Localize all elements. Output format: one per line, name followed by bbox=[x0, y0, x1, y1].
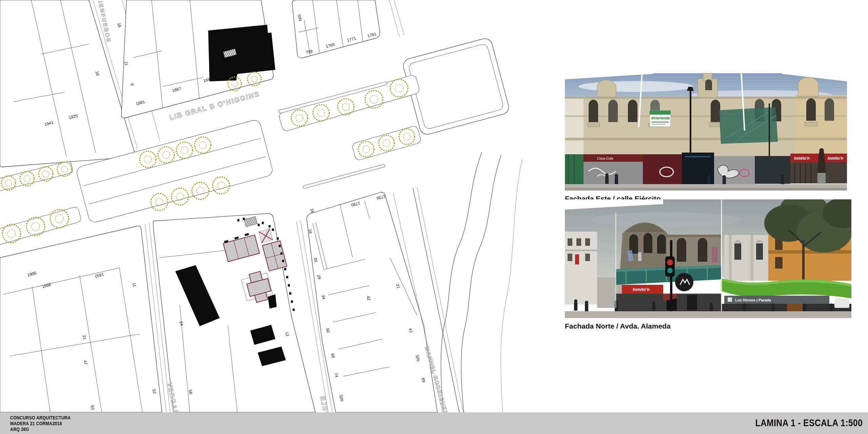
rotunda-building bbox=[620, 222, 670, 273]
green-canopy bbox=[721, 278, 851, 298]
van bbox=[834, 298, 849, 308]
sheet-title: LAMINA 1 - ESCALA 1:500 bbox=[755, 417, 863, 429]
project-info-line2: MADERA 21 CORMA2018 bbox=[10, 420, 71, 426]
lomiton-storefront: lomito'n bbox=[616, 285, 722, 311]
svg-text:16: 16 bbox=[117, 22, 122, 28]
city-blocks bbox=[0, 0, 522, 412]
project-info-line1: CONCURSO ARQUITECTURA bbox=[10, 415, 71, 420]
svg-text:Los Héroes | Parada: Los Héroes | Parada bbox=[735, 298, 771, 302]
site-plan: LIB GRAL B O'HIGGINSCIENFUEGOSVERGARAEJE… bbox=[0, 0, 529, 412]
project-info: CONCURSO ARQUITECTURA MADERA 21 CORMA201… bbox=[10, 415, 71, 432]
facade-north-photo: lomito'n bbox=[565, 199, 851, 330]
facade-east-montage: de/arrienda Coca-Cola bbox=[565, 71, 847, 191]
storefronts: Coca-Cola lomito'n lomito'n bbox=[565, 148, 847, 191]
arrienda-sign: de/arrienda bbox=[650, 111, 671, 127]
project-info-line3: ARQ 38G bbox=[10, 426, 71, 432]
facade-east-photo: de/arrienda Coca-Cola bbox=[565, 71, 847, 203]
svg-text:lomito'n: lomito'n bbox=[633, 287, 650, 292]
right-classical-building bbox=[724, 235, 768, 281]
facade-north-montage: lomito'n bbox=[565, 199, 851, 318]
caption-facade-north: Fachada Norte / Avda. Alameda bbox=[565, 322, 851, 330]
svg-text:EJERCITO: EJERCITO bbox=[319, 395, 335, 412]
metro-sign-band: Los Héroes | Parada bbox=[724, 296, 829, 304]
presentation-sheet: LIB GRAL B O'HIGGINSCIENFUEGOSVERGARAEJE… bbox=[0, 0, 868, 434]
title-bar: CONCURSO ARQUITECTURA MADERA 21 CORMA201… bbox=[0, 412, 868, 434]
svg-text:de/arrienda: de/arrienda bbox=[651, 116, 670, 120]
svg-text:Coca-Cola: Coca-Cola bbox=[597, 157, 613, 160]
svg-text:lomito'n: lomito'n bbox=[828, 156, 843, 161]
svg-text:lomito'n: lomito'n bbox=[794, 156, 810, 161]
